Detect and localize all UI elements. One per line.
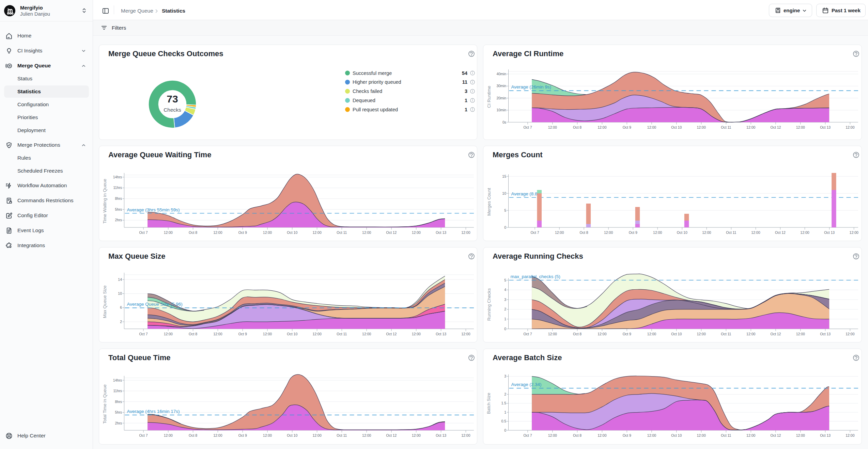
svg-text:12:00: 12:00 [412,332,421,336]
svg-text:12:00: 12:00 [796,125,805,129]
svg-text:14hrs: 14hrs [113,175,122,179]
svg-text:Oct 7: Oct 7 [523,433,532,437]
svg-text:12:00: 12:00 [213,332,222,336]
svg-text:Oct 11: Oct 11 [721,433,731,437]
svg-text:Oct 8: Oct 8 [573,125,582,129]
svg-text:Average Batch Size: Average Batch Size [493,353,562,362]
svg-text:Oct 11: Oct 11 [726,230,736,235]
svg-text:CI Runtime: CI Runtime [486,86,492,108]
svg-text:Oct 10: Oct 10 [677,230,687,235]
svg-text:Oct 10: Oct 10 [671,433,682,437]
svg-text:2: 2 [120,320,122,324]
svg-text:Pull request updated: Pull request updated [353,107,398,112]
svg-text:12:00: 12:00 [312,433,321,437]
svg-text:Oct 8: Oct 8 [189,433,197,437]
svg-text:Oct 8: Oct 8 [189,230,197,235]
svg-text:Oct 10: Oct 10 [671,125,682,129]
svg-text:12:00: 12:00 [800,230,809,235]
svg-text:0: 0 [504,327,506,331]
svg-text:12:00: 12:00 [697,332,706,336]
svg-text:0: 0 [504,225,506,229]
svg-text:12:00: 12:00 [796,433,805,437]
svg-text:Oct 7: Oct 7 [530,230,539,235]
svg-text:Oct 9: Oct 9 [238,332,247,336]
svg-text:12:00: 12:00 [746,125,755,129]
svg-text:12:00: 12:00 [263,332,272,336]
svg-text:12:00: 12:00 [312,332,321,336]
svg-text:12:00: 12:00 [362,230,371,235]
svg-text:40min: 40min [496,72,506,76]
svg-text:1: 1 [504,317,506,321]
svg-text:12:00: 12:00 [213,230,222,235]
svg-text:Oct 7: Oct 7 [523,332,532,336]
svg-text:Oct 9: Oct 9 [238,230,247,235]
svg-text:Oct 11: Oct 11 [721,332,731,336]
svg-text:6: 6 [120,305,122,309]
svg-text:8hrs: 8hrs [115,400,122,404]
svg-text:Max Queue Size: Max Queue Size [108,252,166,260]
svg-text:Merge Queue Checks Outcomes: Merge Queue Checks Outcomes [108,49,223,58]
svg-text:1: 1 [504,410,506,414]
svg-text:Average (2.34): Average (2.34) [511,382,542,387]
svg-text:0: 0 [504,428,506,432]
svg-text:Successful merge: Successful merge [353,70,392,76]
svg-text:12:00: 12:00 [702,230,711,235]
svg-text:4: 4 [504,288,506,292]
svg-text:12:00: 12:00 [647,125,656,129]
svg-text:Oct 11: Oct 11 [721,125,731,129]
svg-text:12:00: 12:00 [412,433,421,437]
svg-text:Merges Count: Merges Count [493,150,543,159]
svg-text:Running Checks: Running Checks [486,288,492,321]
svg-text:12:00: 12:00 [653,230,662,235]
svg-text:Oct 12: Oct 12 [771,332,781,336]
svg-text:12:00: 12:00 [548,125,557,129]
svg-text:5: 5 [504,278,506,282]
svg-text:12:00: 12:00 [697,125,706,129]
svg-text:Oct 12: Oct 12 [771,433,781,437]
svg-text:Oct 9: Oct 9 [629,230,637,235]
svg-text:Oct 13: Oct 13 [436,230,446,235]
svg-text:Oct 13: Oct 13 [820,125,831,129]
svg-text:12:00: 12:00 [461,230,470,235]
svg-text:1: 1 [465,107,467,112]
svg-text:max_parallel_checks (5): max_parallel_checks (5) [511,274,560,279]
svg-text:12:00: 12:00 [598,332,606,336]
svg-text:Oct 10: Oct 10 [287,230,297,235]
svg-text:5hrs: 5hrs [115,207,122,211]
svg-text:Average (26min 9s): Average (26min 9s) [511,84,552,90]
svg-text:Oct 11: Oct 11 [337,230,347,235]
svg-text:Oct 9: Oct 9 [238,433,247,437]
svg-text:Oct 8: Oct 8 [580,230,588,235]
svg-text:12:00: 12:00 [796,332,805,336]
svg-text:2: 2 [504,392,506,396]
svg-text:10: 10 [502,191,506,195]
svg-text:Oct 7: Oct 7 [139,230,148,235]
svg-text:0.5: 0.5 [501,419,506,423]
svg-text:Oct 12: Oct 12 [386,433,397,437]
svg-text:12:00: 12:00 [263,433,272,437]
svg-text:12:00: 12:00 [555,230,564,235]
svg-text:12:00: 12:00 [263,230,272,235]
svg-text:14hrs: 14hrs [113,378,122,382]
svg-text:Oct 10: Oct 10 [287,332,297,336]
svg-text:54: 54 [462,70,467,76]
svg-text:14: 14 [118,277,122,282]
svg-text:12:00: 12:00 [164,332,173,336]
svg-text:Total Time in Queue: Total Time in Queue [102,384,107,424]
svg-text:Oct 8: Oct 8 [573,332,582,336]
svg-text:11: 11 [462,79,467,85]
svg-text:Checks: Checks [164,107,181,113]
svg-text:Oct 11: Oct 11 [337,332,347,336]
svg-text:Dequeued: Dequeued [353,98,375,103]
svg-text:10min: 10min [496,108,506,112]
svg-text:3: 3 [504,298,506,302]
svg-text:2hrs: 2hrs [115,421,122,425]
svg-text:12:00: 12:00 [850,230,858,235]
svg-text:Average CI Runtime: Average CI Runtime [493,49,563,58]
svg-text:Oct 7: Oct 7 [139,332,148,336]
svg-text:12:00: 12:00 [647,332,656,336]
svg-text:12:00: 12:00 [164,230,173,235]
svg-text:Oct 7: Oct 7 [139,433,148,437]
svg-text:0s: 0s [502,120,506,124]
svg-text:2: 2 [504,307,506,311]
